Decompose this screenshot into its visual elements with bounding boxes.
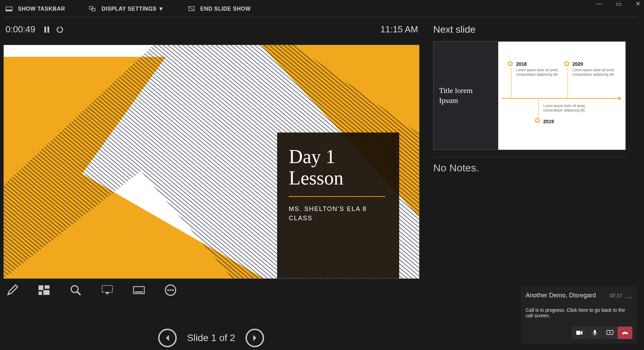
slide-graphic: Day 1 Lesson MS. SHELTON'S ELA 8 CLASS: [4, 45, 419, 278]
svg-rect-22: [594, 330, 596, 333]
svg-rect-10: [39, 291, 42, 295]
microphone-button[interactable]: [587, 327, 602, 339]
svg-rect-2: [89, 7, 93, 9]
current-slide-preview[interactable]: Day 1 Lesson MS. SHELTON'S ELA 8 CLASS: [3, 45, 419, 279]
taskbar-icon: [6, 6, 12, 12]
teams-call-overlay: Another Demo, Disregard 07:17 … Call is …: [521, 286, 637, 344]
previous-slide-button[interactable]: [158, 329, 177, 347]
svg-point-19: [170, 289, 172, 291]
restart-button[interactable]: [56, 26, 64, 33]
black-screen-tool[interactable]: [101, 284, 113, 296]
call-duration: 07:17: [610, 293, 622, 298]
svg-rect-1: [6, 10, 12, 11]
svg-rect-14: [102, 286, 113, 293]
notes-area: No Notes.: [433, 162, 638, 174]
svg-rect-21: [576, 331, 580, 335]
overlay-minimize[interactable]: …: [625, 295, 632, 297]
svg-point-12: [71, 286, 78, 293]
svg-line-13: [77, 292, 80, 295]
svg-rect-7: [47, 26, 49, 33]
slide-counter: Slide 1 of 2: [187, 332, 235, 343]
camera-button[interactable]: [572, 327, 587, 339]
slide-title: Day 1 Lesson: [289, 146, 388, 189]
next-slide-graphic: 2018 Lorem ipsum dolor sit amet, consect…: [498, 42, 625, 150]
pen-tool[interactable]: [6, 284, 19, 296]
hangup-button[interactable]: [617, 327, 632, 339]
slide-divider: [289, 196, 385, 197]
call-return-link[interactable]: Call is in progress. Click here to go ba…: [526, 307, 632, 318]
slide-subtitle: MS. SHELTON'S ELA 8 CLASS: [289, 204, 388, 223]
subtitles-tool[interactable]: [133, 284, 145, 296]
elapsed-time: 0:00:49: [6, 24, 35, 35]
svg-point-18: [167, 289, 169, 291]
slide-navigation: Slide 1 of 2: [158, 329, 264, 347]
svg-rect-15: [133, 287, 144, 294]
presenter-tools: [6, 284, 177, 296]
next-slide-heading: Next slide: [433, 24, 638, 35]
timer-row: 0:00:49 11:15 AM: [6, 24, 418, 35]
svg-point-20: [172, 289, 174, 291]
show-taskbar-button[interactable]: SHOW TASKBAR: [6, 6, 65, 12]
top-toolbar: SHOW TASKBAR DISPLAY SETTINGS ▼ END SLID…: [6, 3, 638, 17]
next-slide-thumbnail[interactable]: Title lorem Ipsum 2018 Lorem ipsum dolor…: [433, 41, 626, 150]
call-title: Another Demo, Disregard: [526, 292, 607, 299]
svg-rect-6: [44, 26, 46, 33]
show-taskbar-label: SHOW TASKBAR: [18, 6, 65, 12]
svg-rect-11: [43, 290, 50, 295]
display-settings-label: DISPLAY SETTINGS ▼: [101, 6, 164, 12]
pause-button[interactable]: [44, 26, 50, 33]
end-slideshow-button[interactable]: END SLIDE SHOW: [188, 6, 251, 12]
svg-rect-3: [92, 8, 95, 11]
see-all-slides[interactable]: [38, 284, 50, 296]
svg-rect-16: [135, 291, 143, 293]
more-options[interactable]: [164, 284, 177, 296]
svg-rect-8: [39, 285, 43, 290]
next-slide-title: Title lorem Ipsum: [434, 42, 498, 150]
end-slideshow-label: END SLIDE SHOW: [200, 6, 251, 12]
end-slideshow-icon: [188, 6, 195, 12]
share-screen-button[interactable]: [602, 327, 617, 339]
display-settings-icon: [89, 6, 96, 12]
current-time: 11:15 AM: [380, 24, 418, 35]
next-slide-button[interactable]: [245, 329, 264, 347]
zoom-tool[interactable]: [69, 284, 82, 296]
call-controls: [526, 327, 632, 339]
sidebar-divider: [433, 157, 626, 157]
svg-line-5: [189, 7, 194, 10]
display-settings-button[interactable]: DISPLAY SETTINGS ▼: [89, 6, 164, 12]
svg-rect-9: [45, 285, 50, 289]
